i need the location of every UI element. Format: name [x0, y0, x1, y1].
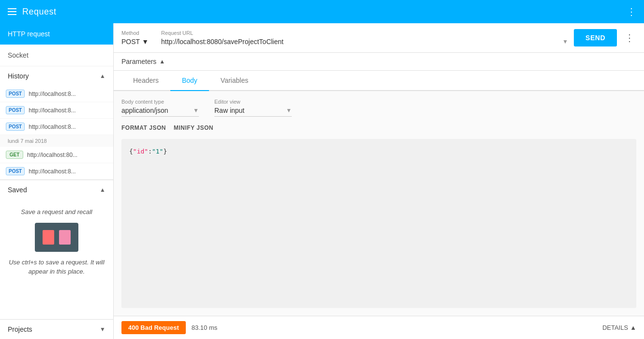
content-type-option: Body content type application/json ▼: [121, 99, 199, 117]
url-expand-icon[interactable]: ▼: [562, 38, 568, 45]
more-options-icon[interactable]: ⋮: [623, 30, 636, 46]
method-label: Method: [121, 30, 155, 36]
history-url: http://localhost:8...: [29, 91, 75, 97]
history-url: http://localhost:80...: [27, 152, 77, 158]
url-label: Request URL: [161, 30, 568, 36]
tabs-bar: Headers Body Variables: [114, 71, 644, 91]
content-type-value: application/json: [121, 107, 168, 114]
saved-file-icon-1: [43, 230, 54, 245]
history-section-header[interactable]: History ▲: [0, 66, 113, 86]
content-panel: Method POST ▼ Request URL ▼ SEND ⋮ Param…: [114, 23, 644, 339]
editor-view-select[interactable]: Raw input ▼: [214, 107, 292, 117]
history-chevron-icon: ▲: [100, 73, 105, 79]
saved-hint-text: Use ctrl+s to save a request. It will ap…: [8, 258, 105, 277]
json-key: "id": [133, 148, 148, 155]
saved-chevron-icon: ▲: [100, 186, 105, 193]
send-button[interactable]: SEND: [574, 29, 617, 46]
body-content: Body content type application/json ▼ Edi…: [114, 91, 644, 316]
tab-variables[interactable]: Variables: [209, 71, 260, 91]
method-badge: GET: [6, 151, 23, 159]
projects-label: Projects: [8, 325, 32, 333]
method-badge: POST: [6, 123, 25, 131]
sidebar: HTTP request Socket History ▲ POST http:…: [0, 23, 114, 339]
sidebar-item-socket[interactable]: Socket: [0, 45, 113, 66]
projects-chevron-icon: ▼: [100, 326, 105, 333]
content-type-chevron-icon: ▼: [193, 107, 199, 114]
status-bar: 400 Bad Request 83.10 ms DETAILS ▲: [114, 316, 644, 339]
saved-section: Saved ▲ Save a request and recall Use ct…: [0, 180, 113, 290]
json-close-brace: }: [163, 148, 167, 155]
history-url: http://localhost:8...: [29, 123, 75, 130]
format-json-button[interactable]: FORMAT JSON: [121, 123, 166, 133]
topbar-more-icon[interactable]: ⋮: [627, 6, 636, 17]
url-section: Request URL ▼: [161, 30, 568, 46]
details-chevron-icon: ▲: [630, 324, 636, 331]
json-colon: :: [148, 148, 152, 155]
projects-section: Projects ▼: [0, 319, 113, 339]
list-item[interactable]: POST http://localhost:8...: [0, 86, 113, 102]
topbar-right: ⋮: [627, 6, 636, 17]
list-item[interactable]: POST http://localhost:8...: [0, 119, 113, 135]
projects-section-header[interactable]: Projects ▼: [0, 320, 113, 339]
history-date: lundi 7 mai 2018: [0, 135, 113, 147]
saved-icon-container: [8, 223, 105, 252]
saved-icon: [35, 223, 78, 252]
method-section: Method POST ▼: [121, 30, 155, 46]
method-select[interactable]: POST ▼: [121, 38, 155, 46]
method-badge: POST: [6, 106, 25, 114]
content-type-label: Body content type: [121, 99, 199, 105]
details-button[interactable]: DETAILS ▲: [602, 324, 636, 331]
editor-view-value: Raw input: [214, 107, 244, 114]
history-url: http://localhost:8...: [29, 168, 75, 175]
list-item[interactable]: POST http://localhost:8...: [0, 102, 113, 119]
saved-section-header[interactable]: Saved ▲: [0, 180, 113, 200]
history-url: http://localhost:8...: [29, 107, 75, 114]
history-list: POST http://localhost:8... POST http://l…: [0, 86, 113, 180]
editor-view-chevron-icon: ▼: [286, 107, 292, 114]
url-input-row: ▼: [161, 38, 568, 46]
request-bar: Method POST ▼ Request URL ▼ SEND ⋮: [114, 23, 644, 53]
response-time: 83.10 ms: [192, 324, 217, 331]
editor-view-label: Editor view: [214, 99, 292, 105]
json-value: "1": [152, 148, 163, 155]
json-open-brace: {: [129, 148, 133, 155]
saved-placeholder-text: Save a request and recall: [8, 207, 105, 217]
main-layout: HTTP request Socket History ▲ POST http:…: [0, 23, 644, 339]
app-title: Request: [22, 7, 57, 17]
menu-icon[interactable]: [8, 8, 16, 15]
body-options-row: Body content type application/json ▼ Edi…: [121, 99, 636, 117]
json-actions: FORMAT JSON MINIFY JSON: [121, 123, 636, 133]
list-item[interactable]: GET http://localhost:80...: [0, 147, 113, 163]
status-left: 400 Bad Request 83.10 ms: [121, 321, 217, 334]
editor-view-option: Editor view Raw input ▼: [214, 99, 292, 117]
method-value: POST: [121, 38, 140, 46]
params-label: Parameters: [121, 58, 156, 65]
status-badge: 400 Bad Request: [121, 321, 186, 334]
method-badge: POST: [6, 167, 25, 175]
params-chevron-icon[interactable]: ▲: [159, 58, 165, 65]
minify-json-button[interactable]: MINIFY JSON: [174, 123, 213, 133]
saved-content: Save a request and recall Use ctrl+s to …: [0, 200, 113, 290]
tab-headers[interactable]: Headers: [121, 71, 170, 91]
params-bar: Parameters ▲: [114, 53, 644, 71]
tab-body[interactable]: Body: [170, 71, 209, 91]
list-item[interactable]: POST http://localhost:8...: [0, 163, 113, 180]
url-input[interactable]: [161, 38, 558, 46]
method-badge: POST: [6, 90, 25, 98]
history-label: History: [8, 72, 29, 80]
topbar: Request ⋮: [0, 0, 644, 23]
sidebar-item-http-request[interactable]: HTTP request: [0, 23, 113, 45]
saved-label: Saved: [8, 186, 27, 194]
saved-file-icon-2: [59, 230, 71, 245]
method-chevron-icon: ▼: [142, 38, 149, 46]
content-type-select[interactable]: application/json ▼: [121, 107, 199, 117]
json-editor[interactable]: {"id":"1"}: [121, 139, 636, 308]
